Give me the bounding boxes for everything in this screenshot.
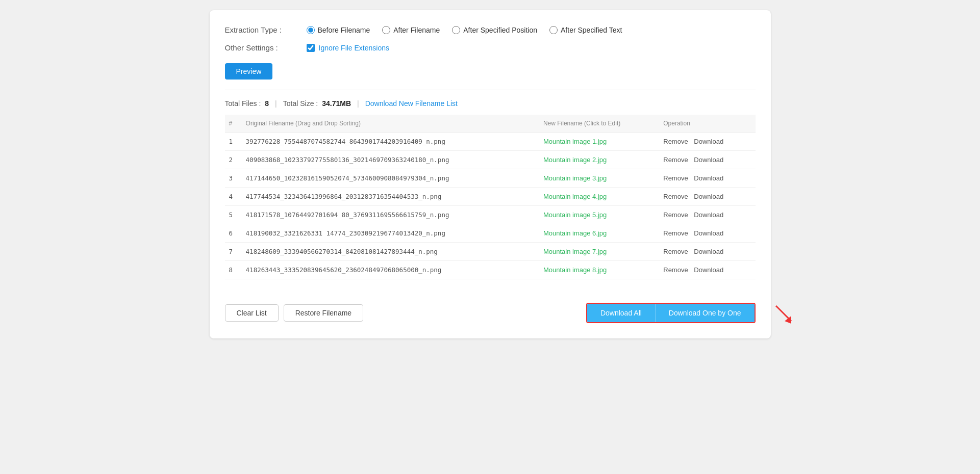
arrow-indicator — [771, 301, 796, 328]
remove-button-8[interactable]: Remove — [663, 266, 688, 274]
total-files-value: 8 — [265, 99, 269, 108]
preview-button[interactable]: Preview — [225, 63, 273, 80]
download-row-button-4[interactable]: Download — [694, 193, 723, 200]
radio-after-filename[interactable]: After Filename — [382, 26, 440, 34]
download-buttons-group: Download All Download One by One — [586, 303, 756, 323]
remove-button-4[interactable]: Remove — [663, 193, 688, 200]
cell-original-5: 418171578_10764492701694 80_376931169556… — [242, 206, 539, 224]
table-row: 5 418171578_10764492701694 80_3769311695… — [225, 206, 756, 224]
settings-section: Extraction Type : Before Filename After … — [225, 25, 756, 90]
cell-num-1: 1 — [225, 133, 242, 151]
cell-original-4: 417744534_323436413996864_20312837163544… — [242, 188, 539, 206]
cell-new-filename-3[interactable]: Mountain image 3.jpg — [539, 169, 659, 188]
remove-button-7[interactable]: Remove — [663, 248, 688, 255]
cell-new-filename-4[interactable]: Mountain image 4.jpg — [539, 188, 659, 206]
download-row-button-5[interactable]: Download — [694, 211, 723, 219]
cell-operation-7: Remove Download — [659, 243, 755, 261]
col-header-num: # — [225, 115, 242, 133]
ignore-file-extensions-checkbox[interactable] — [307, 44, 315, 52]
cell-operation-8: Remove Download — [659, 261, 755, 279]
files-table: # Original Filename (Drag and Drop Sorti… — [225, 115, 756, 279]
stats-bar: Total Files : 8 | Total Size : 34.71MB |… — [225, 99, 756, 108]
download-row-button-1[interactable]: Download — [694, 138, 723, 145]
cell-new-filename-8[interactable]: Mountain image 8.jpg — [539, 261, 659, 279]
cell-operation-5: Remove Download — [659, 206, 755, 224]
col-header-new: New Filename (Click to Edit) — [539, 115, 659, 133]
separator-2: | — [357, 99, 359, 108]
download-row-button-7[interactable]: Download — [694, 248, 723, 255]
cell-new-filename-5[interactable]: Mountain image 5.jpg — [539, 206, 659, 224]
radio-after-specified-text-label: After Specified Text — [561, 26, 622, 34]
radio-after-specified-position-label: After Specified Position — [463, 26, 537, 34]
download-row-button-6[interactable]: Download — [694, 229, 723, 237]
remove-button-5[interactable]: Remove — [663, 211, 688, 219]
col-header-operation: Operation — [659, 115, 755, 133]
cell-operation-3: Remove Download — [659, 169, 755, 188]
separator-1: | — [275, 99, 277, 108]
radio-before-filename-label: Before Filename — [318, 26, 370, 34]
total-size-label: Total Size : — [283, 99, 318, 108]
table-row: 2 409083868_10233792775580136_3021469709… — [225, 151, 756, 169]
remove-button-3[interactable]: Remove — [663, 174, 688, 182]
remove-button-1[interactable]: Remove — [663, 138, 688, 145]
cell-operation-4: Remove Download — [659, 188, 755, 206]
other-settings-label: Other Settings : — [225, 43, 307, 52]
table-row: 8 418263443_333520839645620_236024849706… — [225, 261, 756, 279]
radio-before-filename-input[interactable] — [307, 26, 315, 34]
extraction-type-options: Before Filename After Filename After Spe… — [307, 26, 622, 34]
cell-new-filename-1[interactable]: Mountain image 1.jpg — [539, 133, 659, 151]
table-header-row: # Original Filename (Drag and Drop Sorti… — [225, 115, 756, 133]
restore-filename-button[interactable]: Restore Filename — [284, 304, 364, 322]
cell-operation-2: Remove Download — [659, 151, 755, 169]
radio-after-specified-text-input[interactable] — [549, 26, 558, 34]
download-new-filename-list-link[interactable]: Download New Filename List — [365, 99, 458, 108]
table-row: 6 418190032_3321626331 14774_23030921967… — [225, 224, 756, 243]
radio-before-filename[interactable]: Before Filename — [307, 26, 370, 34]
cell-num-7: 7 — [225, 243, 242, 261]
cell-num-5: 5 — [225, 206, 242, 224]
extraction-type-label: Extraction Type : — [225, 25, 307, 34]
table-row: 3 417144650_10232816159052074_5734600908… — [225, 169, 756, 188]
bottom-left-actions: Clear List Restore Filename — [225, 304, 364, 322]
bottom-bar: Clear List Restore Filename Download All… — [225, 294, 756, 323]
cell-new-filename-7[interactable]: Mountain image 7.jpg — [539, 243, 659, 261]
ignore-file-extensions-label: Ignore File Extensions — [319, 44, 390, 52]
cell-original-8: 418263443_333520839645620_23602484970680… — [242, 261, 539, 279]
radio-after-specified-text[interactable]: After Specified Text — [549, 26, 622, 34]
cell-new-filename-6[interactable]: Mountain image 6.jpg — [539, 224, 659, 243]
other-settings-row: Other Settings : Ignore File Extensions — [225, 43, 756, 52]
clear-list-button[interactable]: Clear List — [225, 304, 279, 322]
radio-after-filename-label: After Filename — [393, 26, 440, 34]
cell-new-filename-2[interactable]: Mountain image 2.jpg — [539, 151, 659, 169]
table-row: 7 418248609_333940566270314_842081081427… — [225, 243, 756, 261]
remove-button-2[interactable]: Remove — [663, 156, 688, 164]
extraction-type-row: Extraction Type : Before Filename After … — [225, 25, 756, 34]
cell-operation-1: Remove Download — [659, 133, 755, 151]
cell-original-6: 418190032_3321626331 14774_2303092196774… — [242, 224, 539, 243]
cell-operation-6: Remove Download — [659, 224, 755, 243]
download-row-button-3[interactable]: Download — [694, 174, 723, 182]
radio-after-specified-position[interactable]: After Specified Position — [452, 26, 537, 34]
cell-num-2: 2 — [225, 151, 242, 169]
cell-original-1: 392776228_7554487074582744_8643901744203… — [242, 133, 539, 151]
total-files-label: Total Files : — [225, 99, 261, 108]
main-card: Extraction Type : Before Filename After … — [210, 10, 771, 338]
radio-after-specified-position-input[interactable] — [452, 26, 460, 34]
cell-num-4: 4 — [225, 188, 242, 206]
cell-original-7: 418248609_333940566270314_84208108142789… — [242, 243, 539, 261]
total-size-value: 34.71MB — [322, 99, 351, 108]
download-one-by-one-button[interactable]: Download One by One — [656, 304, 755, 322]
cell-num-8: 8 — [225, 261, 242, 279]
table-row: 1 392776228_7554487074582744_86439017442… — [225, 133, 756, 151]
cell-num-3: 3 — [225, 169, 242, 188]
cell-num-6: 6 — [225, 224, 242, 243]
download-row-button-8[interactable]: Download — [694, 266, 723, 274]
table-row: 4 417744534_323436413996864_203128371635… — [225, 188, 756, 206]
radio-after-filename-input[interactable] — [382, 26, 390, 34]
cell-original-2: 409083868_10233792775580136_302146970936… — [242, 151, 539, 169]
download-row-button-2[interactable]: Download — [694, 156, 723, 164]
remove-button-6[interactable]: Remove — [663, 229, 688, 237]
download-all-button[interactable]: Download All — [587, 304, 656, 322]
ignore-file-extensions-option[interactable]: Ignore File Extensions — [307, 44, 390, 52]
col-header-original: Original Filename (Drag and Drop Sorting… — [242, 115, 539, 133]
